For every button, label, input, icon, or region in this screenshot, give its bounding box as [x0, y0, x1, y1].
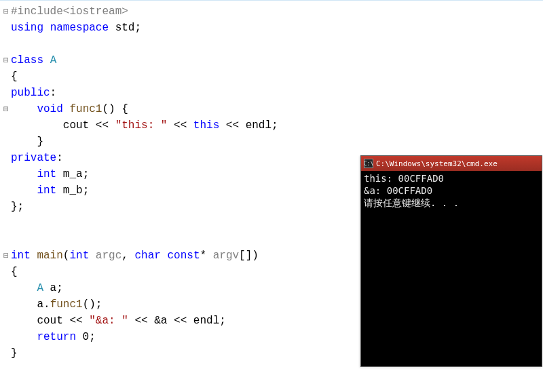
code-line: ⊟ void func1() { [1, 101, 542, 117]
console-window[interactable]: C:\ C:\Windows\system32\cmd.exe this: 00… [360, 155, 542, 367]
cmd-icon: C:\ [364, 159, 373, 168]
fold-toggle[interactable]: ⊟ [1, 250, 11, 261]
console-titlebar[interactable]: C:\ C:\Windows\system32\cmd.exe [361, 156, 542, 171]
code-line: } [1, 134, 542, 150]
code-line [1, 36, 542, 52]
console-title: C:\Windows\system32\cmd.exe [376, 159, 498, 168]
fold-toggle[interactable]: ⊟ [1, 6, 11, 17]
fold-toggle[interactable]: ⊟ [1, 104, 11, 115]
code-line: public: [1, 85, 542, 101]
code-line: { [1, 68, 542, 85]
code-line: cout << "this: " << this << endl; [1, 117, 542, 134]
console-output: this: 00CFFAD0 &a: 00CFFAD0 请按任意键继续. . . [361, 171, 542, 366]
code-line: using namespace std; [1, 20, 542, 36]
code-line: ⊟ class A [1, 52, 542, 68]
code-line: ⊟ #include<iostream> [1, 3, 542, 20]
fold-toggle[interactable]: ⊟ [1, 55, 11, 66]
